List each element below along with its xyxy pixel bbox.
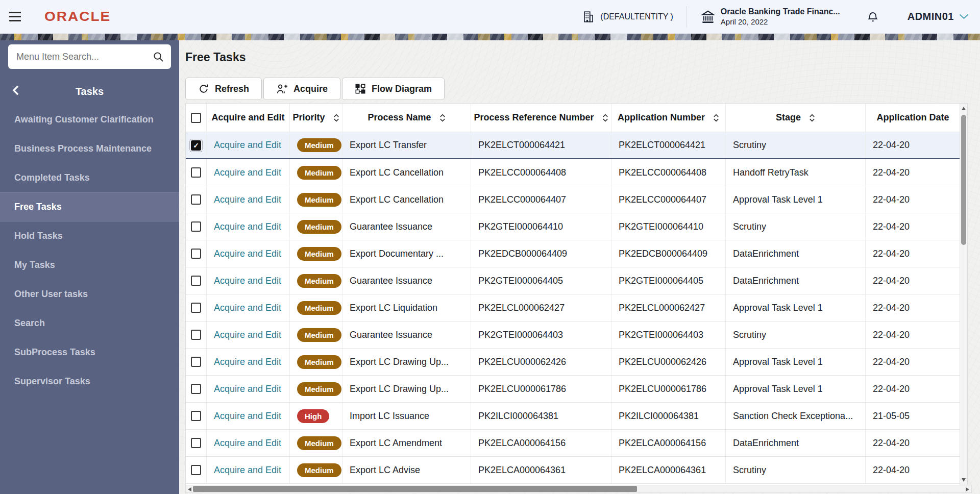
entity-selector[interactable]: (DEFAULTENTITY ) (582, 10, 673, 23)
user-menu[interactable]: ADMIN01 (908, 11, 969, 22)
row-checkbox[interactable] (191, 384, 201, 394)
priority-badge: Medium (297, 355, 341, 369)
acquire-user-plus-icon (276, 83, 288, 95)
row-checkbox[interactable] (191, 411, 201, 421)
sort-icon[interactable] (333, 113, 339, 122)
row-app-date-cell: 21-05-05 (866, 403, 961, 429)
horizontal-scrollbar-thumb[interactable] (193, 486, 637, 492)
search-icon[interactable] (153, 51, 164, 63)
column-header-priority[interactable]: Priority (290, 104, 342, 132)
row-checkbox[interactable] (191, 140, 201, 151)
row-checkbox[interactable] (191, 167, 201, 178)
row-checkbox[interactable] (191, 194, 201, 205)
acquire-and-edit-link[interactable]: Acquire and Edit (214, 303, 281, 313)
row-app-date-cell: 22-04-20 (866, 322, 961, 348)
sort-icon[interactable] (809, 113, 815, 122)
sidebar-item-business-process-maintenance[interactable]: Business Process Maintenance (0, 134, 179, 163)
hamburger-menu-button[interactable] (7, 10, 23, 23)
column-header-app_number[interactable]: Application Number (611, 104, 726, 132)
branch-selector[interactable]: Oracle Banking Trade Financ... April 20,… (700, 7, 840, 27)
sidebar-item-other-user-tasks[interactable]: Other User tasks (0, 280, 179, 309)
table-row[interactable]: Acquire and EditMediumExport LC Drawing … (186, 376, 961, 403)
column-header-select (186, 104, 207, 132)
sort-icon[interactable] (439, 113, 446, 122)
flow-diagram-button[interactable]: Flow Diagram (342, 78, 445, 100)
acquire-and-edit-link[interactable]: Acquire and Edit (214, 438, 281, 449)
sort-icon[interactable] (602, 113, 608, 122)
sidebar-item-supervisor-tasks[interactable]: Supervisor Tasks (0, 367, 179, 396)
table-row[interactable]: Acquire and EditMediumExport LC Liquidat… (186, 294, 961, 322)
row-checkbox[interactable] (191, 357, 201, 367)
row-process-name-cell: Export Documentary ... (342, 240, 471, 267)
row-select-cell (186, 430, 207, 456)
row-app-number-cell: PK2ELCT000064421 (611, 132, 726, 158)
sidebar-item-awaiting-customer-clarification[interactable]: Awaiting Customer Clarification (0, 105, 179, 134)
vertical-scrollbar-thumb[interactable] (961, 115, 966, 245)
row-checkbox[interactable] (191, 438, 201, 448)
sidebar-item-my-tasks[interactable]: My Tasks (0, 251, 179, 280)
menu-search-input[interactable] (8, 44, 171, 69)
table-row[interactable]: Acquire and EditMediumExport LC Drawing … (186, 349, 961, 376)
header-divider (687, 6, 687, 28)
acquire-and-edit-link[interactable]: Acquire and Edit (214, 411, 281, 422)
acquire-and-edit-link[interactable]: Acquire and Edit (214, 140, 281, 151)
row-priority-cell: Medium (290, 213, 342, 240)
table-row[interactable]: Acquire and EditMediumExport LC Cancella… (186, 186, 961, 213)
table-row[interactable]: Acquire and EditMediumGuarantee Issuance… (186, 322, 961, 349)
oracle-logo: ORACLE (44, 9, 111, 24)
acquire-and-edit-link[interactable]: Acquire and Edit (214, 194, 281, 205)
sidebar-item-free-tasks[interactable]: Free Tasks (0, 192, 179, 221)
table-row[interactable]: Acquire and EditMediumExport LC AdvisePK… (186, 457, 961, 484)
top-header: ORACLE (DEFAULTENT (0, 0, 980, 34)
acquire-button[interactable]: Acquire (263, 78, 340, 100)
notifications-bell-button[interactable] (867, 10, 879, 23)
table-row[interactable]: Acquire and EditHighImport LC IssuancePK… (186, 403, 961, 430)
sidebar-item-hold-tasks[interactable]: Hold Tasks (0, 221, 179, 251)
sidebar-item-completed-tasks[interactable]: Completed Tasks (0, 163, 179, 192)
column-header-process_ref[interactable]: Process Reference Number (471, 104, 611, 132)
column-header-stage[interactable]: Stage (726, 104, 866, 132)
acquire-and-edit-link[interactable]: Acquire and Edit (214, 249, 281, 259)
row-process-name-cell: Export LC Cancellation (342, 159, 471, 186)
row-action-cell: Acquire and Edit (207, 349, 290, 375)
row-process-ref-cell: PK2ELCL000062427 (471, 294, 611, 321)
column-label: Stage (776, 112, 801, 123)
table-row[interactable]: Acquire and EditMediumExport LC Transfer… (186, 132, 961, 159)
row-stage-cell: Approval Task Level 1 (726, 294, 866, 321)
table-row[interactable]: Acquire and EditMediumGuarantee Issuance… (186, 267, 961, 294)
row-checkbox[interactable] (191, 330, 201, 340)
row-priority-cell: Medium (290, 159, 342, 186)
table-row[interactable]: Acquire and EditMediumExport LC Cancella… (186, 159, 961, 186)
acquire-and-edit-link[interactable]: Acquire and Edit (214, 221, 281, 232)
scroll-right-arrow-icon[interactable] (966, 487, 969, 491)
scroll-left-arrow-icon[interactable] (188, 487, 191, 491)
column-header-process_name[interactable]: Process Name (342, 104, 471, 132)
sidebar-item-subprocess-tasks[interactable]: SubProcess Tasks (0, 338, 179, 367)
table-row[interactable]: Acquire and EditMediumExport Documentary… (186, 240, 961, 267)
scroll-up-arrow-icon[interactable] (962, 107, 966, 110)
acquire-and-edit-link[interactable]: Acquire and Edit (214, 330, 281, 340)
sort-icon[interactable] (713, 113, 719, 122)
row-checkbox[interactable] (191, 221, 201, 232)
table-row[interactable]: Acquire and EditMediumGuarantee Issuance… (186, 213, 961, 240)
row-process-name-cell: Export LC Transfer (342, 132, 471, 158)
horizontal-scrollbar[interactable] (185, 485, 972, 493)
refresh-button[interactable]: Refresh (185, 78, 262, 100)
row-checkbox[interactable] (191, 465, 201, 475)
scroll-down-arrow-icon[interactable] (962, 478, 966, 482)
row-checkbox[interactable] (191, 303, 201, 313)
acquire-and-edit-link[interactable]: Acquire and Edit (214, 276, 281, 286)
sidebar-item-search[interactable]: Search (0, 309, 179, 338)
vertical-scrollbar[interactable] (960, 104, 967, 485)
back-chevron-button[interactable] (11, 85, 20, 96)
toolbar: Refresh Acquire (185, 78, 980, 100)
row-checkbox[interactable] (191, 249, 201, 259)
select-all-checkbox[interactable] (191, 113, 201, 123)
acquire-and-edit-link[interactable]: Acquire and Edit (214, 167, 281, 178)
row-checkbox[interactable] (191, 276, 201, 286)
table-row[interactable]: Acquire and EditMediumExport LC Amendmen… (186, 430, 961, 457)
acquire-and-edit-link[interactable]: Acquire and Edit (214, 384, 281, 394)
acquire-and-edit-link[interactable]: Acquire and Edit (214, 357, 281, 367)
acquire-and-edit-link[interactable]: Acquire and Edit (214, 465, 281, 476)
row-action-cell: Acquire and Edit (207, 376, 290, 402)
